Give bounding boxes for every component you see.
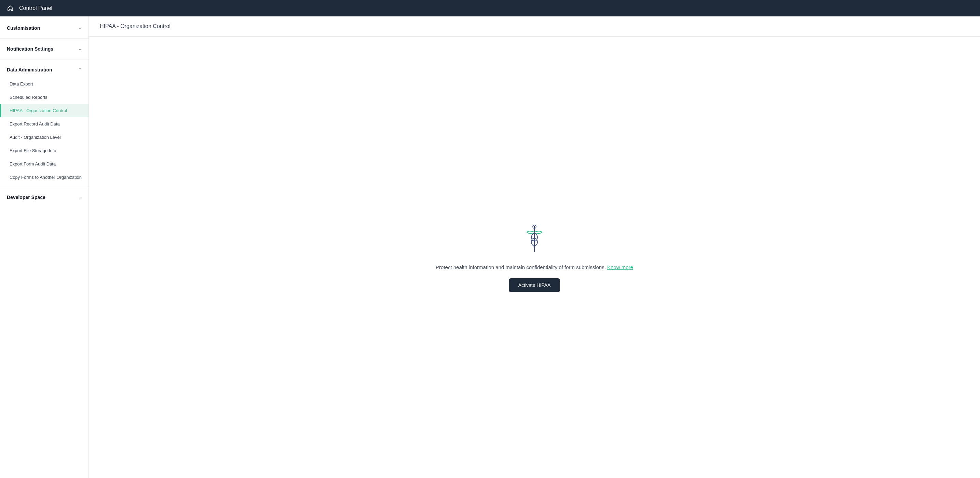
sidebar-item-scheduled-reports-label: Scheduled Reports [10, 95, 48, 100]
divider-1 [0, 38, 89, 39]
divider-2 [0, 59, 89, 59]
main-content: HIPAA - Organization Control [89, 16, 980, 478]
sidebar-item-data-export[interactable]: Data Export [0, 77, 89, 91]
sidebar-item-data-export-label: Data Export [10, 81, 33, 86]
sidebar-item-export-record-audit-label: Export Record Audit Data [10, 121, 60, 126]
page-title: HIPAA - Organization Control [100, 23, 969, 29]
sidebar-item-export-form-audit-data[interactable]: Export Form Audit Data [0, 157, 89, 170]
sidebar-section-notification-settings-header[interactable]: Notification Settings ⌄ [0, 41, 89, 56]
sidebar-item-export-record-audit-data[interactable]: Export Record Audit Data [0, 117, 89, 131]
sidebar-item-export-file-storage-label: Export File Storage Info [10, 148, 56, 153]
know-more-link[interactable]: Know more [607, 264, 633, 270]
hipaa-icon [521, 223, 548, 255]
sidebar-item-audit-organization-level[interactable]: Audit - Organization Level [0, 131, 89, 144]
sidebar-section-customisation-header[interactable]: Customisation ⌄ [0, 21, 89, 35]
hipaa-description: Protect health information and maintain … [436, 264, 633, 270]
sidebar: Customisation ⌄ Notification Settings ⌄ … [0, 16, 89, 478]
chevron-up-icon: ⌃ [78, 67, 82, 72]
sidebar-section-developer-space: Developer Space ⌄ [0, 188, 89, 206]
customisation-label: Customisation [7, 25, 40, 31]
sidebar-section-data-administration: Data Administration ⌃ Data Export Schedu… [0, 61, 89, 185]
content-area: Protect health information and maintain … [89, 37, 980, 478]
notification-settings-label: Notification Settings [7, 46, 53, 52]
sidebar-section-data-administration-header[interactable]: Data Administration ⌃ [0, 62, 89, 77]
chevron-down-icon: ⌄ [78, 25, 82, 30]
sidebar-item-export-form-audit-label: Export Form Audit Data [10, 161, 56, 167]
sidebar-section-notification-settings: Notification Settings ⌄ [0, 40, 89, 58]
app-layout: Customisation ⌄ Notification Settings ⌄ … [0, 16, 980, 478]
sidebar-section-customisation: Customisation ⌄ [0, 19, 89, 37]
activate-hipaa-button[interactable]: Activate HIPAA [509, 278, 560, 292]
sidebar-item-copy-forms[interactable]: Copy Forms to Another Organization [0, 170, 89, 184]
sidebar-item-hipaa-organization-control[interactable]: HIPAA - Organization Control [0, 104, 89, 117]
topbar-title: Control Panel [19, 5, 52, 11]
developer-space-label: Developer Space [7, 194, 45, 200]
sidebar-item-copy-forms-label: Copy Forms to Another Organization [10, 175, 82, 180]
home-icon[interactable] [5, 3, 15, 13]
chevron-down-icon: ⌄ [78, 195, 82, 200]
topbar: Control Panel [0, 0, 980, 16]
sidebar-section-developer-space-header[interactable]: Developer Space ⌄ [0, 190, 89, 205]
sidebar-item-export-file-storage-info[interactable]: Export File Storage Info [0, 144, 89, 157]
sidebar-item-scheduled-reports[interactable]: Scheduled Reports [0, 91, 89, 104]
data-administration-label: Data Administration [7, 67, 52, 72]
chevron-down-icon: ⌄ [78, 46, 82, 51]
sidebar-item-hipaa-label: HIPAA - Organization Control [10, 108, 67, 113]
sidebar-item-audit-org-label: Audit - Organization Level [10, 135, 61, 140]
page-header: HIPAA - Organization Control [89, 16, 980, 37]
